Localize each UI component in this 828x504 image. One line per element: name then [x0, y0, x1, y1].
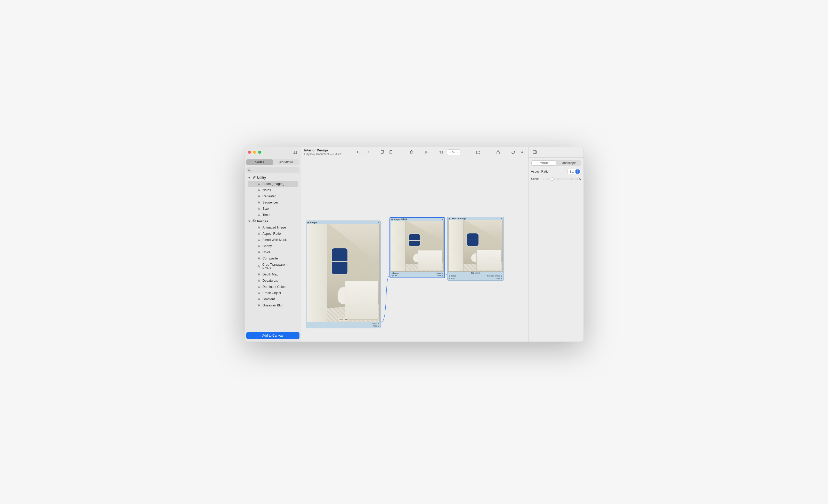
add-to-canvas-button[interactable]: Add to Canvas: [246, 332, 299, 339]
nodeitem-blend-with-mask[interactable]: Blend With Mask: [248, 237, 298, 243]
scale-slider[interactable]: [546, 177, 578, 181]
segment-landscape[interactable]: Landscape: [556, 160, 581, 166]
image-icon: ▣: [391, 218, 393, 220]
aspect-ratio-dropdown[interactable]: 1:1 ▴▾: [568, 169, 581, 174]
group-images[interactable]: ▾ Images: [245, 218, 301, 224]
node-icon: [257, 291, 261, 295]
svg-point-30: [258, 239, 259, 239]
svg-point-16: [258, 208, 259, 208]
nodeitem-canny[interactable]: Canny: [248, 243, 298, 249]
canvas-node-resize-image[interactable]: ▣ Resize Image ▾ 512 x 512 Image Resized…: [447, 217, 504, 281]
node-icon: [257, 273, 261, 276]
fit-canvas-button[interactable]: [474, 149, 481, 155]
nodeitem-label: Blend With Mask: [262, 238, 287, 242]
stepper-icon[interactable]: ▴▾: [576, 169, 580, 174]
tab-workflows[interactable]: Workflows: [273, 159, 299, 165]
node-menu-icon[interactable]: ▾: [501, 217, 502, 220]
node-icon: [257, 304, 261, 307]
nodeitem-color[interactable]: Color: [248, 249, 298, 255]
nodeitem-erase-object[interactable]: Erase Object: [248, 290, 298, 296]
play-button[interactable]: [423, 149, 429, 155]
window-controls: [248, 151, 261, 154]
undo-button[interactable]: [356, 149, 362, 155]
chevron-down-icon: ▾: [248, 176, 251, 179]
zoom-dropdown[interactable]: 50% ⌄: [447, 149, 460, 155]
node-menu-icon[interactable]: ▾: [378, 221, 379, 224]
input-port[interactable]: Size: [451, 277, 455, 280]
node-icon: [257, 232, 261, 235]
size-badge: 512 x 512: [448, 271, 503, 275]
sidebar-footer: Add to Canvas: [245, 330, 301, 341]
nodeitem-label: Erase Object: [262, 291, 281, 295]
nodeitem-size[interactable]: Size: [248, 206, 298, 212]
nodeitem-label: Aspect Ratio: [262, 232, 281, 236]
nodeitem-composite[interactable]: Composite: [248, 255, 298, 261]
nodeitem-batch-images[interactable]: Batch (Images): [248, 181, 298, 187]
more-button[interactable]: [519, 149, 525, 155]
canvas-node-aspect-ratio[interactable]: ▣ Aspect Ratio ▾ Image Image Size Size: [390, 217, 445, 278]
nodeitem-label: Canny: [262, 244, 272, 248]
chevron-down-icon: ▾: [248, 219, 251, 223]
toggle-inspector-icon[interactable]: [532, 149, 538, 155]
svg-point-33: [258, 245, 259, 246]
nodeitem-gradient[interactable]: Gradient: [248, 296, 298, 302]
fit-node-button[interactable]: [438, 149, 445, 155]
nodeitem-aspect-ratio[interactable]: Aspect Ratio: [248, 230, 298, 237]
aspect-ratio-label: Aspect Ratio: [531, 170, 566, 173]
output-port[interactable]: Image: [372, 322, 377, 325]
node-title: Aspect Ratio: [394, 218, 408, 220]
output-port[interactable]: Resized Image: [487, 275, 500, 277]
paste-button[interactable]: [388, 149, 394, 155]
svg-rect-66: [440, 151, 442, 153]
refresh-button[interactable]: [510, 149, 516, 155]
nodeitem-depth-map[interactable]: Depth Map: [248, 271, 298, 278]
nodeitem-label: Crop Transparent Pixels: [262, 263, 296, 270]
nodeitem-label: Color: [262, 250, 270, 254]
node-icon: [257, 251, 261, 254]
svg-rect-69: [533, 151, 537, 154]
copy-button[interactable]: [379, 149, 385, 155]
group-utility[interactable]: ▾ Utility: [245, 174, 301, 181]
input-port[interactable]: Image: [451, 275, 456, 277]
nodeitem-gaussian-blur[interactable]: Guassian Blur: [248, 302, 298, 308]
nodeitem-crop-transparent[interactable]: Crop Transparent Pixels: [248, 261, 298, 271]
canvas-node-image[interactable]: ▣ Image ▾ 756 x 1008 Image Size: [306, 220, 381, 328]
nodeitem-label: Gradient: [262, 297, 275, 301]
redo-button[interactable]: [364, 149, 370, 155]
tab-nodes[interactable]: Nodes: [246, 159, 273, 165]
close-window[interactable]: [248, 151, 251, 154]
canvas[interactable]: ▣ Image ▾ 756 x 1008 Image Size ▣: [301, 157, 528, 341]
toggle-sidebar-icon[interactable]: [292, 149, 298, 155]
zoom-window[interactable]: [258, 151, 261, 154]
nodeitem-desaturate[interactable]: Desaturate: [248, 278, 298, 284]
nodeitem-label: Notes: [262, 188, 271, 192]
delete-button[interactable]: [408, 149, 415, 155]
search-input[interactable]: [246, 167, 299, 173]
node-menu-icon[interactable]: ▾: [442, 218, 444, 220]
node-icon: [257, 285, 261, 288]
minimize-window[interactable]: [253, 151, 256, 154]
toolbar: Interior Design Odyssey Document — Edite…: [301, 147, 528, 157]
output-port[interactable]: Size: [437, 275, 441, 277]
image-icon: ▣: [307, 221, 309, 224]
share-button[interactable]: [495, 149, 501, 155]
node-icon: [257, 298, 261, 301]
svg-point-13: [258, 202, 259, 202]
nodeitem-repeater[interactable]: Repeater: [248, 193, 298, 199]
segment-portrait[interactable]: Portrait: [531, 160, 556, 166]
image-icon: ▣: [449, 217, 451, 220]
nodeitem-animated-image[interactable]: Animated Image: [248, 224, 298, 230]
node-preview: [391, 221, 444, 271]
output-port[interactable]: Size: [496, 277, 500, 280]
output-port[interactable]: Image: [436, 272, 441, 274]
nodeitem-timer[interactable]: Timer: [248, 212, 298, 218]
nodeitem-notes[interactable]: Notes: [248, 187, 298, 193]
orientation-segmented[interactable]: Portrait Landscape: [531, 160, 581, 166]
nodeitem-dominant-colors[interactable]: Dominant Colors: [248, 284, 298, 290]
input-port[interactable]: Size: [394, 275, 397, 277]
output-port[interactable]: Size: [373, 325, 377, 327]
nodeitem-sequencer[interactable]: Sequencer: [248, 199, 298, 206]
size-badge: 756 x 1008: [337, 318, 349, 321]
input-port[interactable]: Image: [394, 272, 399, 274]
sidebar-tab-switcher[interactable]: Nodes Workflows: [246, 159, 299, 165]
